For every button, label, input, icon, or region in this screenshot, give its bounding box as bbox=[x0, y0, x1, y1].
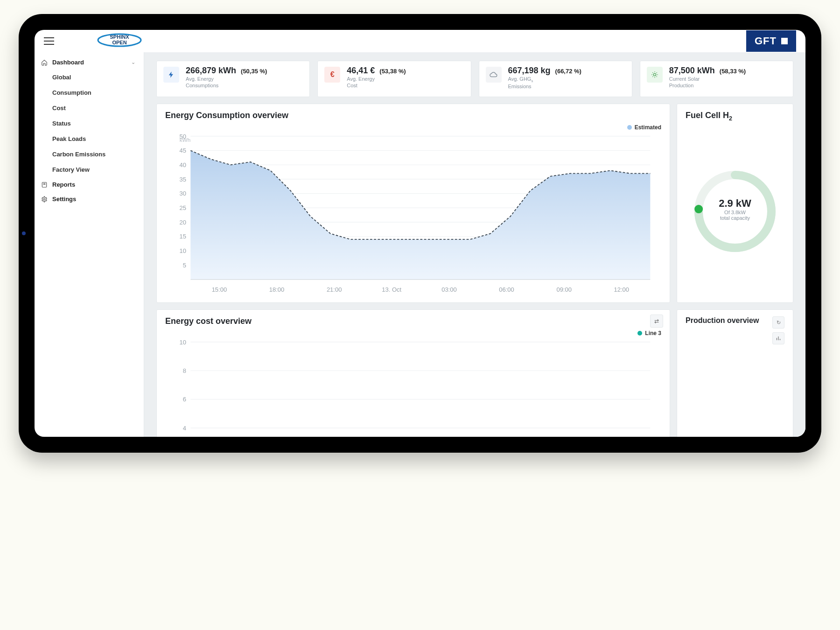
legend-dot-icon bbox=[637, 331, 642, 336]
svg-text:15: 15 bbox=[179, 233, 186, 240]
panel-energy-cost: ⇄ Energy cost overview Line 3 0246810Sun… bbox=[156, 309, 670, 437]
brand-badge-text: GFT bbox=[755, 35, 777, 47]
svg-text:25: 25 bbox=[179, 204, 186, 211]
menu-icon[interactable] bbox=[44, 37, 54, 45]
euro-icon: € bbox=[324, 67, 340, 83]
svg-text:10: 10 bbox=[179, 339, 186, 346]
sidebar-item-settings[interactable]: Settings bbox=[35, 192, 142, 206]
sun-icon bbox=[647, 67, 663, 83]
sidebar-dashboard-label: Dashboard bbox=[52, 59, 84, 66]
svg-text:5: 5 bbox=[183, 262, 186, 269]
kpi-row: 266,879 kWh(50,35 %) Avg. EnergyConsumpt… bbox=[156, 61, 793, 97]
svg-text:45: 45 bbox=[179, 147, 186, 154]
kpi-pct: (66,72 %) bbox=[555, 68, 581, 75]
brand-badge: GFT bbox=[746, 30, 796, 52]
kpi-pct: (53,38 %) bbox=[379, 68, 406, 75]
svg-point-36 bbox=[694, 205, 703, 214]
svg-point-2 bbox=[43, 198, 45, 200]
chevron-down-icon: ⌄ bbox=[131, 59, 135, 65]
tablet-camera bbox=[22, 231, 26, 235]
svg-text:6: 6 bbox=[183, 396, 186, 403]
sidebar-item-reports[interactable]: Reports bbox=[35, 177, 142, 192]
sidebar-reports-label: Reports bbox=[52, 181, 75, 188]
svg-text:09:00: 09:00 bbox=[556, 286, 572, 293]
bolt-icon bbox=[163, 67, 179, 83]
sidebar-item-dashboard[interactable]: Dashboard ⌄ bbox=[35, 55, 142, 70]
svg-text:13. Oct: 13. Oct bbox=[382, 286, 401, 293]
refresh-icon[interactable]: ↻ bbox=[772, 316, 784, 329]
svg-text:40: 40 bbox=[179, 161, 186, 168]
gauge-sub1: Of 3.8kW bbox=[707, 210, 763, 215]
sidebar-item-peak-loads[interactable]: Peak Loads bbox=[35, 131, 142, 147]
kpi-value: 667,198 kg bbox=[508, 66, 551, 76]
sidebar: Dashboard ⌄ Global Consumption Cost Stat… bbox=[35, 52, 144, 437]
svg-point-3 bbox=[653, 73, 656, 76]
kpi-sub: Avg. EnergyCost bbox=[347, 76, 406, 89]
sidebar-item-status[interactable]: Status bbox=[35, 116, 142, 131]
logo-text-bottom: OPEN bbox=[112, 40, 126, 45]
bar-chart-icon[interactable] bbox=[772, 332, 784, 344]
svg-text:4: 4 bbox=[183, 425, 186, 432]
home-icon bbox=[41, 59, 48, 66]
sidebar-item-factory-view[interactable]: Factory View bbox=[35, 162, 142, 177]
brand-badge-square-icon bbox=[781, 38, 788, 44]
top-bar: SPHINX OPEN GFT bbox=[35, 30, 805, 52]
kpi-pct: (50,35 %) bbox=[241, 68, 267, 75]
kpi-energy-cost[interactable]: € 46,41 €(53,38 %) Avg. EnergyCost bbox=[317, 61, 471, 97]
svg-text:30: 30 bbox=[179, 190, 186, 197]
kpi-sub: Avg. GHGsEmissions bbox=[508, 76, 581, 90]
gauge-sub2: total capacity bbox=[707, 215, 763, 221]
kpi-sub: Current SolarProduction bbox=[669, 76, 746, 89]
svg-text:8: 8 bbox=[183, 367, 186, 374]
svg-text:10: 10 bbox=[179, 247, 186, 254]
svg-text:12:00: 12:00 bbox=[614, 286, 630, 293]
kpi-ghg-emissions[interactable]: 667,198 kg(66,72 %) Avg. GHGsEmissions bbox=[479, 61, 632, 97]
reports-icon bbox=[41, 182, 48, 188]
content-area: 266,879 kWh(50,35 %) Avg. EnergyConsumpt… bbox=[144, 52, 805, 437]
kpi-pct: (58,33 %) bbox=[720, 68, 746, 75]
legend-dot-icon bbox=[627, 125, 632, 130]
fuel-cell-gauge[interactable]: 2.9 kW Of 3.8kW total capacity bbox=[688, 165, 782, 258]
svg-text:50: 50 bbox=[179, 133, 186, 140]
panel-energy-consumption: Energy Consumption overview Estimated bbox=[156, 104, 670, 303]
gear-icon bbox=[41, 196, 48, 203]
panel-fuel-cell: Fuel Cell H2 2.9 kW Of 3.8kW bbox=[677, 104, 793, 303]
kpi-value: 266,879 kWh bbox=[186, 66, 236, 76]
panel-title: Energy Consumption overview bbox=[165, 111, 661, 120]
svg-text:06:00: 06:00 bbox=[499, 286, 514, 293]
kpi-value: 46,41 € bbox=[347, 66, 375, 76]
svg-text:35: 35 bbox=[179, 176, 186, 183]
panel-title: Energy cost overview bbox=[165, 316, 661, 326]
sidebar-item-cost[interactable]: Cost bbox=[35, 100, 142, 116]
legend-label: Line 3 bbox=[645, 330, 661, 336]
kpi-value: 87,500 kWh bbox=[669, 66, 715, 76]
legend-estimated: Estimated bbox=[165, 124, 661, 131]
swap-icon[interactable]: ⇄ bbox=[650, 315, 663, 328]
kpi-sub: Avg. EnergyConsumptions bbox=[186, 76, 267, 89]
sidebar-item-global[interactable]: Global bbox=[35, 70, 142, 85]
cloud-icon bbox=[486, 67, 502, 83]
kpi-energy-consumption[interactable]: 266,879 kWh(50,35 %) Avg. EnergyConsumpt… bbox=[156, 61, 310, 97]
sidebar-item-carbon-emissions[interactable]: Carbon Emissions bbox=[35, 147, 142, 162]
panel-production-overview: Production overview ↻ bbox=[677, 309, 793, 437]
gauge-value: 2.9 kW bbox=[707, 197, 763, 210]
panel-title: Fuel Cell H2 bbox=[686, 111, 784, 122]
svg-text:21:00: 21:00 bbox=[327, 286, 342, 293]
sidebar-item-consumption[interactable]: Consumption bbox=[35, 85, 142, 100]
legend-line3: Line 3 bbox=[165, 330, 661, 336]
svg-text:03:00: 03:00 bbox=[441, 286, 456, 293]
svg-text:15:00: 15:00 bbox=[212, 286, 227, 293]
kpi-solar-production[interactable]: 87,500 kWh(58,33 %) Current SolarProduct… bbox=[640, 61, 793, 97]
legend-label: Estimated bbox=[635, 124, 661, 131]
logo-text-top: SPHINX bbox=[110, 34, 130, 40]
product-logo: SPHINX OPEN bbox=[96, 32, 143, 50]
sidebar-settings-label: Settings bbox=[52, 196, 76, 203]
energy-consumption-chart[interactable]: kWh510152025303540455015:0018:0021:0013.… bbox=[165, 131, 661, 296]
svg-text:18:00: 18:00 bbox=[269, 286, 284, 293]
panel-title: Production overview bbox=[686, 316, 768, 325]
svg-text:20: 20 bbox=[179, 219, 186, 226]
energy-cost-chart[interactable]: 0246810Sun 03Mon 04Tue 05Wed 06Thu 07Fri… bbox=[165, 336, 661, 437]
